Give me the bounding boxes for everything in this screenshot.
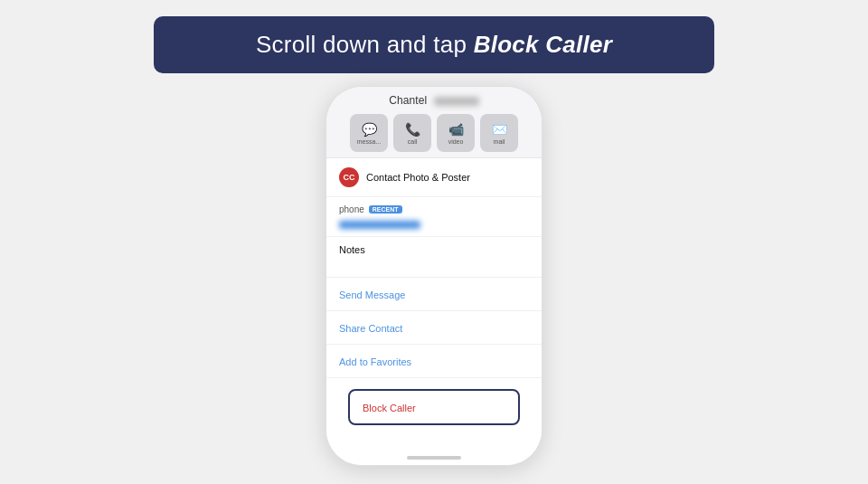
phone-field-label: phone RECENT bbox=[339, 204, 529, 214]
message-icon: 💬 bbox=[362, 122, 377, 137]
phone-number bbox=[339, 221, 420, 229]
mail-label: mail bbox=[494, 138, 505, 145]
share-contact-label: Share Contact bbox=[339, 323, 402, 334]
contact-photo-icon: CC bbox=[339, 167, 359, 187]
notes-section: Notes bbox=[326, 237, 542, 278]
phone-top-bar: Chantel 💬 messa... 📞 call 📹 video ✉️ mai… bbox=[326, 87, 542, 158]
send-message-row[interactable]: Send Message bbox=[326, 278, 542, 311]
phone-field-section: phone RECENT bbox=[326, 197, 542, 237]
home-indicator bbox=[326, 451, 542, 465]
add-favorites-row[interactable]: Add to Favorites bbox=[326, 345, 542, 378]
phone-content: CC Contact Photo & Poster phone RECENT N… bbox=[326, 158, 542, 451]
video-label: video bbox=[448, 138, 464, 145]
call-button[interactable]: 📞 call bbox=[393, 114, 431, 152]
send-message-label: Send Message bbox=[339, 289, 405, 300]
recent-badge: RECENT bbox=[369, 205, 402, 214]
call-label: call bbox=[408, 138, 418, 145]
banner-text-before: Scroll down and tap bbox=[256, 31, 474, 58]
message-label: messa... bbox=[357, 138, 381, 145]
mail-button[interactable]: ✉️ mail bbox=[480, 114, 518, 152]
phone-frame: Chantel 💬 messa... 📞 call 📹 video ✉️ mai… bbox=[326, 86, 542, 466]
notes-label: Notes bbox=[339, 244, 529, 255]
share-contact-row[interactable]: Share Contact bbox=[326, 311, 542, 345]
message-button[interactable]: 💬 messa... bbox=[350, 114, 388, 152]
video-icon: 📹 bbox=[448, 122, 464, 137]
action-buttons-row: 💬 messa... 📞 call 📹 video ✉️ mail bbox=[350, 114, 518, 152]
banner-text-italic: Block Caller bbox=[474, 31, 612, 58]
home-bar bbox=[407, 456, 461, 460]
video-button[interactable]: 📹 video bbox=[437, 114, 475, 152]
call-icon: 📞 bbox=[405, 122, 420, 137]
contact-photo-row[interactable]: CC Contact Photo & Poster bbox=[326, 158, 542, 197]
block-caller-row: Block Caller bbox=[335, 382, 533, 432]
block-caller-button[interactable]: Block Caller bbox=[348, 389, 520, 425]
instruction-banner: Scroll down and tap Block Caller bbox=[154, 16, 714, 73]
add-favorites-label: Add to Favorites bbox=[339, 356, 411, 367]
block-caller-label: Block Caller bbox=[363, 403, 416, 413]
mail-icon: ✉️ bbox=[492, 122, 507, 137]
contact-name: Chantel bbox=[389, 94, 479, 107]
contact-name-blur bbox=[434, 97, 479, 106]
contact-photo-label: Contact Photo & Poster bbox=[366, 172, 470, 183]
banner-text: Scroll down and tap Block Caller bbox=[256, 31, 612, 58]
